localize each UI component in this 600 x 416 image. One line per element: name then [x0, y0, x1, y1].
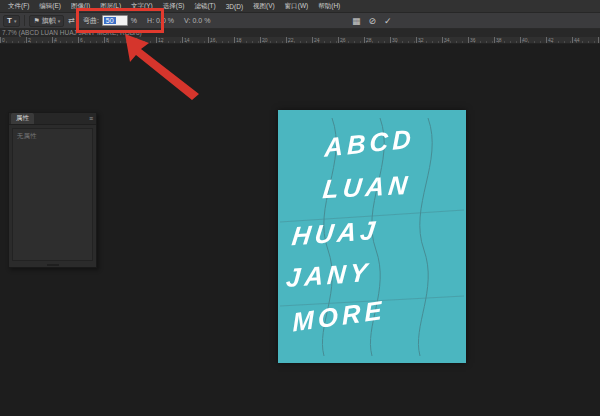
photoshop-window: 文件(F)编辑(E)图像(I)图层(L)文字(Y)选择(S)滤镜(T)3D(D)… — [0, 0, 600, 416]
commit-transform-icon[interactable]: ✓ — [384, 16, 392, 26]
ruler-tick-label: 34 — [442, 37, 468, 43]
warp-grid-icon[interactable]: ▦ — [352, 16, 361, 26]
ruler-tick-label: 40 — [520, 37, 546, 43]
ruler-tick-label: 4 — [52, 37, 78, 43]
ruler-tick-label: 26 — [338, 37, 364, 43]
ruler-tick-label: 0 — [0, 37, 26, 43]
menu-item-6[interactable]: 滤镜(T) — [189, 2, 220, 11]
ruler-tick-label: 20 — [260, 37, 286, 43]
ruler-tick-label: 10 — [130, 37, 156, 43]
canvas-workspace[interactable]: 属性 ≡ 无属性 ABCD LUAN HUAJ JANY — [0, 44, 600, 416]
ruler-tick-label: 38 — [494, 37, 520, 43]
menu-item-8[interactable]: 视图(V) — [248, 2, 280, 11]
ruler-tick-label: 14 — [182, 37, 208, 43]
panel-content: 无属性 — [12, 128, 93, 261]
warped-text-line: HUAJ — [290, 217, 380, 249]
h-distort-unit: % — [168, 17, 174, 24]
ruler-numbers: 0246810121416182022242628303234363840424… — [0, 37, 600, 43]
cancel-transform-icon[interactable]: ⊘ — [369, 16, 377, 26]
warped-text-line: JANY — [285, 259, 372, 291]
v-distort-group: V: 0.0 % — [184, 17, 210, 24]
ruler-tick-label: 44 — [572, 37, 598, 43]
chevron-down-icon: ▾ — [14, 18, 17, 24]
ruler-tick-label: 42 — [546, 37, 572, 43]
ruler-tick-label: 24 — [312, 37, 338, 43]
warped-text-line: LUAN — [322, 172, 413, 203]
panel-tab-properties[interactable]: 属性 — [11, 113, 34, 124]
v-distort-label: V: — [184, 17, 190, 24]
panel-menu-icon[interactable]: ≡ — [89, 115, 93, 122]
v-distort-value[interactable]: 0.0 — [192, 17, 202, 24]
menu-item-1[interactable]: 编辑(E) — [34, 2, 66, 11]
highlight-box — [76, 8, 164, 33]
menu-item-10[interactable]: 帮助(H) — [313, 2, 345, 11]
chevron-down-icon: ▾ — [58, 18, 61, 24]
warp-style-value: 旗帜 — [42, 16, 56, 26]
properties-panel: 属性 ≡ 无属性 — [8, 112, 97, 268]
v-distort-unit: % — [204, 17, 210, 24]
ruler-tick-label: 16 — [208, 37, 234, 43]
ruler-tick-label: 22 — [286, 37, 312, 43]
ruler-tick-label: 30 — [390, 37, 416, 43]
ruler-tick-label: 32 — [416, 37, 442, 43]
panel-resize-grip[interactable] — [47, 264, 59, 266]
tool-preset-picker[interactable]: T ▾ — [3, 15, 20, 27]
ruler-tick-label: 6 — [78, 37, 104, 43]
transform-commit-group: ▦ ⊘ ✓ — [352, 13, 392, 29]
horizontal-ruler: 0246810121416182022242628303234363840424… — [0, 37, 600, 44]
divider — [24, 15, 25, 26]
panel-header: 属性 ≡ — [9, 113, 96, 125]
ruler-tick-label: 18 — [234, 37, 260, 43]
menu-item-9[interactable]: 窗口(W) — [280, 2, 313, 11]
menu-item-7[interactable]: 3D(D) — [221, 3, 248, 10]
ruler-tick-label: 8 — [104, 37, 130, 43]
warp-style-dropdown[interactable]: ⚑ 旗帜 ▾ — [29, 15, 64, 27]
ruler-tick-label: 36 — [468, 37, 494, 43]
ruler-tick-label: 2 — [26, 37, 52, 43]
panel-empty-text: 无属性 — [13, 129, 92, 144]
document-canvas[interactable]: ABCD LUAN HUAJ JANY MORE — [278, 110, 466, 363]
ruler-tick-label: 12 — [156, 37, 182, 43]
menu-item-0[interactable]: 文件(F) — [3, 2, 34, 11]
tool-icon: T — [7, 16, 12, 25]
ruler-tick-label: 28 — [364, 37, 390, 43]
flag-icon: ⚑ — [33, 17, 39, 25]
warp-orientation-button[interactable]: ⇄ — [68, 16, 75, 25]
